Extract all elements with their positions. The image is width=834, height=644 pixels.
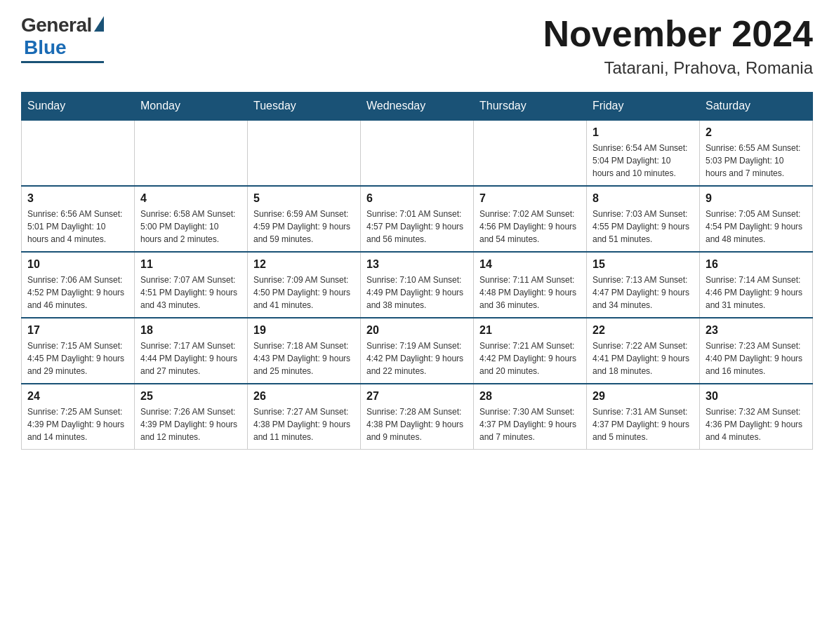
calendar-week-row: 1Sunrise: 6:54 AM Sunset: 5:04 PM Daylig… [22, 120, 813, 186]
calendar-week-row: 3Sunrise: 6:56 AM Sunset: 5:01 PM Daylig… [22, 186, 813, 252]
day-info: Sunrise: 6:55 AM Sunset: 5:03 PM Dayligh… [706, 142, 807, 180]
title-section: November 2024 Tatarani, Prahova, Romania [543, 14, 813, 78]
day-number: 3 [27, 192, 128, 205]
calendar-cell [22, 120, 135, 186]
day-info: Sunrise: 7:26 AM Sunset: 4:39 PM Dayligh… [140, 405, 241, 443]
day-info: Sunrise: 7:06 AM Sunset: 4:52 PM Dayligh… [27, 274, 128, 311]
day-number: 2 [706, 126, 807, 139]
day-number: 22 [593, 324, 694, 337]
calendar-cell: 29Sunrise: 7:31 AM Sunset: 4:37 PM Dayli… [587, 384, 700, 450]
calendar-cell: 10Sunrise: 7:06 AM Sunset: 4:52 PM Dayli… [22, 252, 135, 318]
day-number: 4 [140, 192, 241, 205]
day-number: 9 [706, 192, 807, 205]
calendar-week-row: 17Sunrise: 7:15 AM Sunset: 4:45 PM Dayli… [22, 318, 813, 384]
calendar-cell: 18Sunrise: 7:17 AM Sunset: 4:44 PM Dayli… [135, 318, 248, 384]
calendar-cell: 14Sunrise: 7:11 AM Sunset: 4:48 PM Dayli… [474, 252, 587, 318]
day-info: Sunrise: 7:32 AM Sunset: 4:36 PM Dayligh… [706, 405, 807, 443]
day-info: Sunrise: 6:56 AM Sunset: 5:01 PM Dayligh… [27, 208, 128, 246]
day-info: Sunrise: 7:17 AM Sunset: 4:44 PM Dayligh… [140, 340, 241, 377]
day-number: 25 [140, 390, 241, 403]
day-info: Sunrise: 7:02 AM Sunset: 4:56 PM Dayligh… [479, 208, 581, 246]
calendar-cell: 17Sunrise: 7:15 AM Sunset: 4:45 PM Dayli… [22, 318, 135, 384]
calendar-cell: 9Sunrise: 7:05 AM Sunset: 4:54 PM Daylig… [700, 186, 813, 252]
day-info: Sunrise: 7:23 AM Sunset: 4:40 PM Dayligh… [706, 340, 807, 377]
calendar-cell: 6Sunrise: 7:01 AM Sunset: 4:57 PM Daylig… [361, 186, 474, 252]
day-number: 7 [479, 192, 581, 205]
calendar-cell: 4Sunrise: 6:58 AM Sunset: 5:00 PM Daylig… [135, 186, 248, 252]
day-info: Sunrise: 7:13 AM Sunset: 4:47 PM Dayligh… [593, 274, 694, 311]
day-info: Sunrise: 6:58 AM Sunset: 5:00 PM Dayligh… [140, 208, 241, 246]
calendar-cell: 13Sunrise: 7:10 AM Sunset: 4:49 PM Dayli… [361, 252, 474, 318]
calendar-cell: 25Sunrise: 7:26 AM Sunset: 4:39 PM Dayli… [135, 384, 248, 450]
calendar-header-wednesday: Wednesday [361, 93, 474, 121]
day-info: Sunrise: 7:22 AM Sunset: 4:41 PM Dayligh… [593, 340, 694, 377]
calendar-cell: 23Sunrise: 7:23 AM Sunset: 4:40 PM Dayli… [700, 318, 813, 384]
logo-triangle-icon [94, 16, 104, 32]
day-info: Sunrise: 7:14 AM Sunset: 4:46 PM Dayligh… [706, 274, 807, 311]
location-title: Tatarani, Prahova, Romania [543, 58, 813, 78]
day-number: 11 [140, 258, 241, 271]
calendar-cell [474, 120, 587, 186]
day-number: 27 [366, 390, 468, 403]
calendar-cell: 21Sunrise: 7:21 AM Sunset: 4:42 PM Dayli… [474, 318, 587, 384]
day-info: Sunrise: 7:30 AM Sunset: 4:37 PM Dayligh… [479, 405, 581, 443]
day-number: 6 [366, 192, 468, 205]
logo: General Blue [21, 14, 104, 63]
page-header: General Blue November 2024 Tatarani, Pra… [21, 14, 813, 78]
day-number: 18 [140, 324, 241, 337]
day-info: Sunrise: 7:27 AM Sunset: 4:38 PM Dayligh… [253, 405, 355, 443]
calendar-cell: 2Sunrise: 6:55 AM Sunset: 5:03 PM Daylig… [700, 120, 813, 186]
calendar-cell: 27Sunrise: 7:28 AM Sunset: 4:38 PM Dayli… [361, 384, 474, 450]
day-info: Sunrise: 7:05 AM Sunset: 4:54 PM Dayligh… [706, 208, 807, 246]
calendar-cell: 26Sunrise: 7:27 AM Sunset: 4:38 PM Dayli… [248, 384, 361, 450]
day-info: Sunrise: 6:54 AM Sunset: 5:04 PM Dayligh… [593, 142, 694, 180]
calendar-cell: 22Sunrise: 7:22 AM Sunset: 4:41 PM Dayli… [587, 318, 700, 384]
calendar-cell [135, 120, 248, 186]
calendar-week-row: 24Sunrise: 7:25 AM Sunset: 4:39 PM Dayli… [22, 384, 813, 450]
calendar-cell: 5Sunrise: 6:59 AM Sunset: 4:59 PM Daylig… [248, 186, 361, 252]
day-number: 29 [593, 390, 694, 403]
day-info: Sunrise: 7:31 AM Sunset: 4:37 PM Dayligh… [593, 405, 694, 443]
calendar-header-thursday: Thursday [474, 93, 587, 121]
calendar-header-saturday: Saturday [700, 93, 813, 121]
day-number: 10 [27, 258, 128, 271]
day-number: 30 [706, 390, 807, 403]
calendar-header-friday: Friday [587, 93, 700, 121]
calendar-cell: 20Sunrise: 7:19 AM Sunset: 4:42 PM Dayli… [361, 318, 474, 384]
calendar-cell: 30Sunrise: 7:32 AM Sunset: 4:36 PM Dayli… [700, 384, 813, 450]
day-info: Sunrise: 7:18 AM Sunset: 4:43 PM Dayligh… [253, 340, 355, 377]
day-info: Sunrise: 7:15 AM Sunset: 4:45 PM Dayligh… [27, 340, 128, 377]
calendar-cell: 12Sunrise: 7:09 AM Sunset: 4:50 PM Dayli… [248, 252, 361, 318]
day-info: Sunrise: 7:09 AM Sunset: 4:50 PM Dayligh… [253, 274, 355, 311]
day-info: Sunrise: 7:03 AM Sunset: 4:55 PM Dayligh… [593, 208, 694, 246]
calendar-cell: 24Sunrise: 7:25 AM Sunset: 4:39 PM Dayli… [22, 384, 135, 450]
day-number: 1 [593, 126, 694, 139]
day-info: Sunrise: 7:28 AM Sunset: 4:38 PM Dayligh… [366, 405, 468, 443]
day-info: Sunrise: 7:19 AM Sunset: 4:42 PM Dayligh… [366, 340, 468, 377]
calendar-cell: 11Sunrise: 7:07 AM Sunset: 4:51 PM Dayli… [135, 252, 248, 318]
day-number: 26 [253, 390, 355, 403]
calendar-table: SundayMondayTuesdayWednesdayThursdayFrid… [21, 92, 813, 450]
day-number: 19 [253, 324, 355, 337]
calendar-cell: 8Sunrise: 7:03 AM Sunset: 4:55 PM Daylig… [587, 186, 700, 252]
day-number: 17 [27, 324, 128, 337]
calendar-header-tuesday: Tuesday [248, 93, 361, 121]
calendar-cell: 1Sunrise: 6:54 AM Sunset: 5:04 PM Daylig… [587, 120, 700, 186]
calendar-week-row: 10Sunrise: 7:06 AM Sunset: 4:52 PM Dayli… [22, 252, 813, 318]
logo-general-text: General [21, 14, 92, 36]
day-info: Sunrise: 7:10 AM Sunset: 4:49 PM Dayligh… [366, 274, 468, 311]
day-number: 13 [366, 258, 468, 271]
calendar-cell: 15Sunrise: 7:13 AM Sunset: 4:47 PM Dayli… [587, 252, 700, 318]
day-number: 8 [593, 192, 694, 205]
day-info: Sunrise: 6:59 AM Sunset: 4:59 PM Dayligh… [253, 208, 355, 246]
day-info: Sunrise: 7:21 AM Sunset: 4:42 PM Dayligh… [479, 340, 581, 377]
day-number: 14 [479, 258, 581, 271]
logo-underline [21, 61, 104, 63]
calendar-header-sunday: Sunday [22, 93, 135, 121]
day-number: 15 [593, 258, 694, 271]
day-number: 24 [27, 390, 128, 403]
calendar-cell: 3Sunrise: 6:56 AM Sunset: 5:01 PM Daylig… [22, 186, 135, 252]
day-info: Sunrise: 7:25 AM Sunset: 4:39 PM Dayligh… [27, 405, 128, 443]
day-number: 21 [479, 324, 581, 337]
day-info: Sunrise: 7:01 AM Sunset: 4:57 PM Dayligh… [366, 208, 468, 246]
